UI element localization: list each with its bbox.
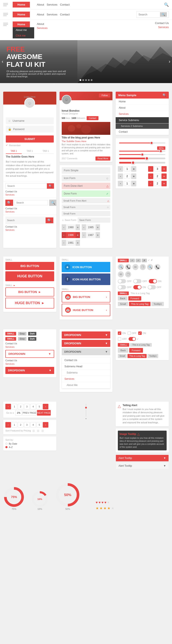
- tag-this-long[interactable]: This is a Long Tag: [130, 343, 152, 347]
- nav2-about-link[interactable]: About: [37, 13, 44, 16]
- dropdown-red-1[interactable]: DROPDOWN ▼: [5, 367, 54, 374]
- small-pill-1[interactable]: Small: [118, 302, 128, 306]
- big-outline-button-1[interactable]: BIG BUTTON ►: [5, 288, 54, 296]
- save-form-input[interactable]: [78, 218, 110, 222]
- dropdown-submenu-head[interactable]: Submenu Head: [62, 364, 110, 370]
- nav1-contact-link[interactable]: Contact: [60, 3, 70, 6]
- dropdown-contact[interactable]: Contact Us: [62, 357, 110, 364]
- num-dec-2[interactable]: -: [82, 224, 86, 230]
- form-small-alert-input[interactable]: [62, 198, 110, 203]
- page-2-4[interactable]: 4: [30, 422, 36, 428]
- nav2-services-link[interactable]: Services: [47, 13, 57, 16]
- long-tag-1[interactable]: This is Long Tag: [127, 354, 147, 358]
- home-button-3[interactable]: Home: [13, 22, 30, 27]
- home-button-2[interactable]: Home: [13, 12, 30, 18]
- submit-button[interactable]: SUBMIT: [6, 136, 54, 142]
- heart-3[interactable]: ♥: [101, 500, 104, 504]
- icon-mail[interactable]: ✉: [132, 264, 138, 270]
- forward-pill[interactable]: Forward: [128, 296, 141, 300]
- page-2-1[interactable]: 1: [12, 422, 17, 428]
- checkbox-4[interactable]: [118, 337, 121, 341]
- radio-date[interactable]: [5, 443, 8, 445]
- num-inc-2[interactable]: +: [96, 224, 100, 230]
- tooltip1-pill[interactable]: Tooltip1: [151, 302, 164, 306]
- dropdown-item-clickme[interactable]: Click me: [13, 33, 34, 38]
- dropdown-red-a[interactable]: DROPDOWN ▼: [62, 332, 110, 338]
- num-value-4[interactable]: [86, 234, 96, 236]
- big-button-1[interactable]: BIG BUTTON: [5, 262, 54, 270]
- page-2[interactable]: 2: [18, 404, 24, 409]
- form-icon-input[interactable]: [62, 175, 110, 182]
- form-done-input[interactable]: [62, 190, 110, 197]
- checkbox-3[interactable]: ✓: [138, 332, 142, 335]
- star-3[interactable]: ★: [103, 506, 106, 510]
- search-input-2[interactable]: [138, 13, 160, 16]
- num-inc-4[interactable]: +: [96, 232, 100, 238]
- menu-item-home[interactable]: Home: [116, 98, 169, 105]
- search-btn-3[interactable]: 🔍: [46, 218, 53, 223]
- heart-1[interactable]: ♥: [96, 500, 98, 504]
- num-inc-1[interactable]: +: [76, 224, 80, 230]
- pill-small[interactable]: SMALL: [118, 292, 129, 295]
- page-5[interactable]: 5: [37, 404, 42, 409]
- stepper-3-inc[interactable]: +: [131, 174, 136, 179]
- num-value-1[interactable]: [66, 226, 76, 229]
- num-value-2[interactable]: [86, 226, 96, 229]
- checkbox-2[interactable]: [127, 332, 131, 335]
- icon-expand-2[interactable]: ❐: [125, 271, 131, 277]
- facebook-icon-button[interactable]: f ICON HUGE BUTTON: [62, 274, 110, 285]
- icon-mail-2[interactable]: ✉: [118, 271, 124, 277]
- toggle-cb-1[interactable]: [129, 337, 136, 341]
- follow-button[interactable]: Follow: [99, 94, 110, 98]
- contact-label-2[interactable]: Contact Us: [5, 359, 54, 362]
- nav3-services-right-link[interactable]: Services: [158, 26, 169, 29]
- search-input-2b[interactable]: [15, 200, 48, 205]
- icon-search-2[interactable]: 🔍: [147, 264, 153, 270]
- num-dec-5[interactable]: -: [62, 240, 66, 246]
- services-label-badge[interactable]: Services: [5, 346, 54, 348]
- num-dec-4[interactable]: -: [82, 232, 86, 238]
- search-red-btn[interactable]: 🔍: [5, 200, 13, 206]
- contact-label-badge[interactable]: Contact Us: [5, 342, 54, 345]
- contact-us-link-1[interactable]: Contact Us: [5, 190, 54, 193]
- icon-phone[interactable]: 📞: [125, 264, 131, 270]
- icon-search[interactable]: 🔍: [118, 264, 124, 270]
- page-2-5[interactable]: 5: [37, 422, 42, 428]
- page-2-2[interactable]: 2: [18, 422, 24, 428]
- services-link-3[interactable]: Services: [5, 228, 54, 231]
- radio-az[interactable]: [5, 446, 8, 448]
- back-pill[interactable]: Back: [118, 296, 127, 300]
- sort-date-row[interactable]: By Date: [5, 442, 54, 445]
- forward-btn[interactable]: Forward: [129, 348, 143, 353]
- slide-dot-1[interactable]: [80, 79, 81, 81]
- prev-slide-button[interactable]: ‹: [2, 59, 3, 64]
- form-small2-input[interactable]: [62, 211, 110, 216]
- heart-5[interactable]: ♥: [107, 500, 109, 504]
- stepper-3-dec[interactable]: -: [118, 174, 123, 179]
- prev-page-btn[interactable]: ‹: [5, 404, 11, 409]
- stepper-2-inc[interactable]: +: [161, 166, 167, 172]
- back-btn[interactable]: Back: [118, 348, 128, 353]
- num-value-5[interactable]: [66, 241, 76, 244]
- username-input[interactable]: [13, 119, 51, 122]
- contact-us-link-2[interactable]: Contact Us: [5, 207, 54, 210]
- stepper-1-dec[interactable]: -: [118, 166, 123, 172]
- tag-small[interactable]: SMALL: [118, 343, 129, 347]
- heart-2[interactable]: ♥: [99, 500, 101, 504]
- search-icon-1[interactable]: 🔍: [164, 2, 169, 7]
- heart-4[interactable]: ♥: [104, 500, 107, 504]
- twitter-icon-button[interactable]: ♣ ICON BUTTON: [62, 262, 110, 272]
- num-dec-3[interactable]: -: [62, 232, 66, 238]
- num-value-3[interactable]: [66, 234, 76, 236]
- slider-thumb-4[interactable]: [145, 156, 149, 160]
- star-4[interactable]: ★: [107, 506, 110, 510]
- slider-thumb-5[interactable]: [131, 161, 135, 165]
- accordion-header-1[interactable]: Alert Tooltip ▼: [116, 455, 168, 461]
- small-tag-2[interactable]: Tooltip1: [147, 354, 158, 358]
- sort-az-row[interactable]: A-Z: [5, 446, 54, 448]
- tab-3[interactable]: TAB 1: [38, 148, 54, 154]
- services-link-1[interactable]: Services: [5, 194, 54, 196]
- search-input-3[interactable]: [6, 218, 44, 222]
- stepper-6-dec[interactable]: -: [148, 181, 153, 186]
- page-4[interactable]: 4: [30, 404, 36, 409]
